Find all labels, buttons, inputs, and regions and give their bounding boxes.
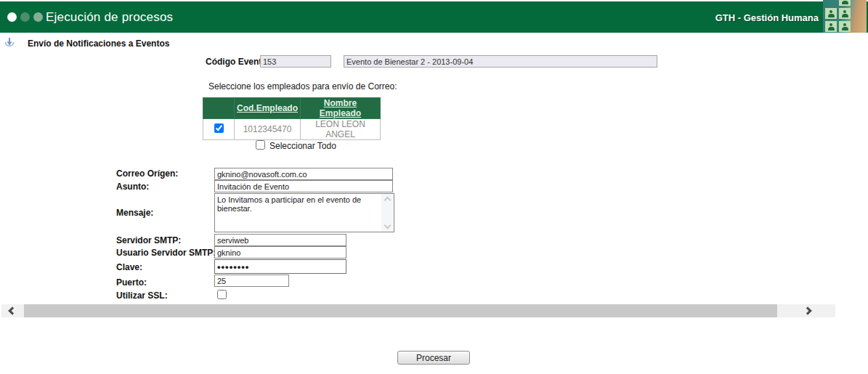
sort-name-link[interactable]: Nombre Empleado: [320, 98, 361, 118]
servidor-smtp-field[interactable]: [214, 234, 346, 246]
dot-icon: [20, 12, 30, 22]
puerto-field[interactable]: [214, 275, 289, 287]
scrollbar-thumb[interactable]: [24, 304, 777, 317]
chevron-right-icon: [803, 306, 811, 314]
row-checkbox-cell: [203, 119, 235, 140]
header-dots: [7, 12, 43, 22]
header-bar: Ejecución de procesos GTH - Gestión Huma…: [0, 1, 868, 33]
employees-table: Cod.Empleado Nombre Empleado 1012345470 …: [203, 97, 381, 140]
dot-icon: [7, 12, 17, 22]
usuario-smtp-field[interactable]: [214, 246, 346, 259]
checkbox-column-header: [203, 98, 235, 119]
people-grid-icon: [839, 0, 851, 6]
employees-caption: Seleccione los empleados para envío de C…: [208, 81, 397, 92]
scroll-left-button[interactable]: [1, 304, 23, 317]
utilizar-ssl-checkbox[interactable]: [217, 290, 227, 299]
table-row: 1012345470 LEON LEON ANGEL: [203, 119, 381, 140]
dot-icon: [33, 12, 43, 22]
app-window: Ejecución de procesos GTH - Gestión Huma…: [0, 0, 868, 374]
window-title: Ejecución de procesos: [46, 10, 173, 25]
table-header-row: Cod.Empleado Nombre Empleado: [203, 98, 381, 119]
mensaje-textarea-wrap: Lo Invitamos a participar en el evento d…: [214, 193, 394, 232]
employee-code-cell: 1012345470: [235, 119, 301, 140]
mensaje-scrollbar[interactable]: [381, 194, 394, 232]
page-title: Envío de Notificaciones a Eventos: [28, 38, 169, 49]
column-header-code: Cod.Empleado: [235, 98, 301, 119]
mensaje-textarea[interactable]: Lo Invitamos a participar en el evento d…: [215, 194, 381, 232]
event-code-field[interactable]: [260, 55, 331, 68]
select-all-label: Seleccionar Todo: [269, 141, 336, 151]
employee-name-cell: LEON LEON ANGEL: [301, 119, 381, 140]
brand-logo: [823, 0, 867, 33]
scroll-right-button[interactable]: [797, 304, 819, 317]
puerto-label: Puerto:: [116, 277, 147, 288]
asunto-field[interactable]: [214, 180, 393, 192]
mensaje-label: Mensaje:: [116, 208, 153, 218]
correo-origen-field[interactable]: [214, 168, 393, 180]
employee-row-checkbox[interactable]: [214, 123, 224, 133]
chevron-left-icon: [8, 306, 16, 314]
horizontal-scrollbar[interactable]: [1, 304, 835, 317]
sort-code-link[interactable]: Cod.Empleado: [237, 103, 298, 113]
select-all-checkbox[interactable]: [256, 140, 265, 150]
utilizar-ssl-label: Utilizar SSL:: [116, 290, 168, 301]
clave-field[interactable]: [214, 259, 346, 274]
brand-label: GTH - Gestión Humana: [715, 12, 819, 23]
procesar-button[interactable]: Procesar: [397, 351, 470, 365]
scroll-down-icon[interactable]: [384, 222, 392, 229]
clave-label: Clave:: [116, 262, 142, 272]
servidor-smtp-label: Servidor SMTP:: [116, 235, 181, 245]
anchor-down-icon: [4, 37, 15, 52]
column-header-name: Nombre Empleado: [301, 98, 381, 119]
scroll-up-icon[interactable]: [384, 197, 392, 204]
asunto-label: Asunto:: [116, 182, 149, 192]
event-description-field[interactable]: [344, 55, 657, 68]
people-grid-icon: [825, 8, 851, 32]
usuario-smtp-label: Usuario Servidor SMTP:: [116, 248, 216, 258]
correo-origen-label: Correo Orígen:: [116, 168, 178, 179]
